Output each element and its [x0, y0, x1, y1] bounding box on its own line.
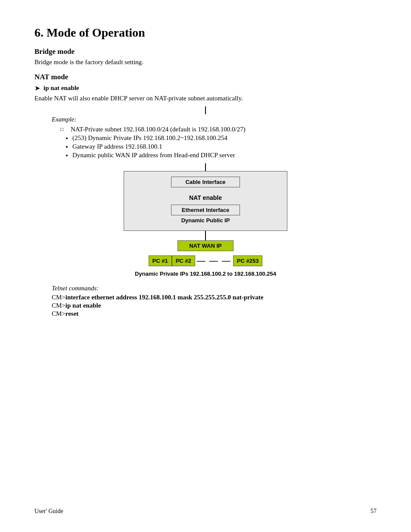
telnet-label: Telnet commands: — [52, 285, 377, 292]
bridge-mode-description: Bridge mode is the factory default setti… — [34, 59, 377, 66]
footer-right: 57 — [371, 508, 377, 515]
bullet-item-3: Dynamic public WAN IP address from Head-… — [72, 152, 377, 159]
telnet-block: Telnet commands: CM>interface ethernet a… — [52, 285, 377, 317]
dash-line: ― ― ― — [195, 256, 233, 266]
nat-wan-ip-box: NAT WAN IP — [177, 240, 234, 251]
diagram-caption: Dynamic Private IPs 192.168.100.2 to 192… — [124, 271, 287, 277]
cmd-line-1: CM>interface ethernet address 192.168.10… — [52, 294, 377, 301]
cable-interface-box: Cable Interface — [171, 177, 240, 187]
bridge-mode-heading: Bridge mode — [34, 47, 377, 56]
bullet-item-1: (253) Dynamic Private IPs 192.168.100.2~… — [72, 134, 377, 142]
footer-left: User' Guide — [34, 508, 63, 515]
dynamic-public-ip-label: Dynamic Public IP — [131, 217, 280, 224]
ip-nat-enable-heading: ip nat enable — [44, 84, 79, 92]
bullet-item-2: Gateway IP address 192.168.100.1 — [72, 143, 377, 150]
bullet-main: NAT-Private subnet 192.168.100.0/24 (def… — [60, 126, 377, 133]
cmd-line-3: CM>reset — [52, 310, 377, 317]
example-label: Example: — [52, 116, 377, 123]
pc2-box: PC #2 — [172, 255, 195, 266]
nat-enable-label: NAT enable — [131, 194, 280, 201]
page-title: 6. Mode of Operation — [34, 26, 377, 40]
nat-mode-heading: NAT mode — [34, 73, 377, 81]
pc1-box: PC #1 — [149, 255, 172, 266]
page-footer: User' Guide 57 — [34, 508, 377, 515]
pc-row: PC #1 PC #2 ― ― ― PC #253 — [124, 255, 287, 266]
ethernet-interface-box: Ethernet Interface — [171, 205, 240, 215]
nat-description: Enable NAT will also enable DHCP server … — [34, 95, 377, 102]
cmd-line-2: CM>ip nat enable — [52, 302, 377, 309]
network-diagram: Cable Interface NAT enable Ethernet Inte… — [124, 163, 287, 277]
pc253-box: PC #253 — [233, 255, 263, 266]
